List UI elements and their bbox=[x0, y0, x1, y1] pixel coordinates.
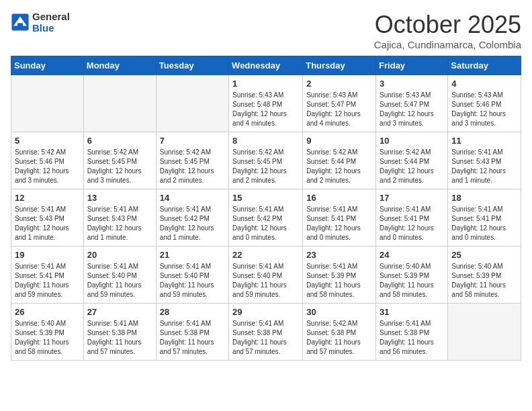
weekday-header-saturday: Saturday bbox=[448, 56, 521, 75]
day-number: 18 bbox=[451, 193, 517, 203]
week-row-3: 12Sunrise: 5:41 AMSunset: 5:43 PMDayligh… bbox=[11, 189, 521, 246]
day-info: Sunrise: 5:41 AMSunset: 5:43 PMDaylight:… bbox=[87, 205, 152, 242]
day-info: Sunrise: 5:41 AMSunset: 5:41 PMDaylight:… bbox=[306, 205, 372, 242]
page-header: General Blue October 2025 Cajica, Cundin… bbox=[11, 11, 521, 50]
calendar-cell: 16Sunrise: 5:41 AMSunset: 5:41 PMDayligh… bbox=[303, 189, 376, 246]
day-info: Sunrise: 5:40 AMSunset: 5:39 PMDaylight:… bbox=[15, 319, 80, 357]
day-number: 23 bbox=[306, 250, 372, 260]
day-info: Sunrise: 5:41 AMSunset: 5:42 PMDaylight:… bbox=[232, 205, 299, 242]
logo-text-line2: Blue bbox=[32, 22, 70, 34]
calendar-cell: 10Sunrise: 5:42 AMSunset: 5:44 PMDayligh… bbox=[376, 132, 448, 189]
day-number: 19 bbox=[15, 250, 80, 260]
day-info: Sunrise: 5:41 AMSunset: 5:38 PMDaylight:… bbox=[160, 319, 225, 357]
day-info: Sunrise: 5:43 AMSunset: 5:47 PMDaylight:… bbox=[380, 91, 444, 128]
day-number: 20 bbox=[87, 250, 152, 260]
day-number: 7 bbox=[160, 136, 225, 146]
day-number: 2 bbox=[306, 79, 372, 89]
day-number: 4 bbox=[451, 79, 517, 89]
day-number: 30 bbox=[306, 307, 372, 317]
day-number: 6 bbox=[87, 136, 152, 146]
day-number: 14 bbox=[160, 193, 225, 203]
calendar-cell: 7Sunrise: 5:42 AMSunset: 5:45 PMDaylight… bbox=[156, 132, 228, 189]
calendar-cell: 21Sunrise: 5:41 AMSunset: 5:40 PMDayligh… bbox=[156, 246, 228, 304]
calendar-cell: 20Sunrise: 5:41 AMSunset: 5:40 PMDayligh… bbox=[83, 246, 156, 304]
weekday-header-friday: Friday bbox=[376, 56, 448, 75]
day-info: Sunrise: 5:42 AMSunset: 5:45 PMDaylight:… bbox=[232, 148, 299, 185]
week-row-2: 5Sunrise: 5:42 AMSunset: 5:46 PMDaylight… bbox=[11, 132, 521, 189]
day-number: 12 bbox=[15, 193, 80, 203]
day-info: Sunrise: 5:42 AMSunset: 5:44 PMDaylight:… bbox=[380, 148, 444, 185]
day-number: 16 bbox=[306, 193, 372, 203]
day-number: 25 bbox=[451, 250, 517, 260]
day-number: 9 bbox=[306, 136, 372, 146]
day-info: Sunrise: 5:42 AMSunset: 5:45 PMDaylight:… bbox=[87, 148, 152, 185]
calendar-cell: 26Sunrise: 5:40 AMSunset: 5:39 PMDayligh… bbox=[11, 304, 84, 361]
calendar-cell: 30Sunrise: 5:42 AMSunset: 5:38 PMDayligh… bbox=[303, 304, 376, 361]
day-info: Sunrise: 5:41 AMSunset: 5:42 PMDaylight:… bbox=[160, 205, 225, 242]
weekday-header-tuesday: Tuesday bbox=[156, 56, 228, 75]
calendar-cell: 13Sunrise: 5:41 AMSunset: 5:43 PMDayligh… bbox=[83, 189, 156, 246]
calendar-cell: 22Sunrise: 5:41 AMSunset: 5:40 PMDayligh… bbox=[229, 246, 303, 304]
day-info: Sunrise: 5:41 AMSunset: 5:41 PMDaylight:… bbox=[15, 262, 80, 300]
calendar-cell: 15Sunrise: 5:41 AMSunset: 5:42 PMDayligh… bbox=[229, 189, 303, 246]
day-number: 8 bbox=[232, 136, 299, 146]
day-number: 1 bbox=[232, 79, 299, 89]
day-info: Sunrise: 5:41 AMSunset: 5:40 PMDaylight:… bbox=[232, 262, 299, 300]
calendar-cell: 9Sunrise: 5:42 AMSunset: 5:44 PMDaylight… bbox=[303, 132, 376, 189]
title-block: October 2025 Cajica, Cundinamarca, Colom… bbox=[374, 11, 521, 50]
day-info: Sunrise: 5:43 AMSunset: 5:47 PMDaylight:… bbox=[306, 91, 372, 128]
day-number: 31 bbox=[380, 307, 444, 317]
weekday-header-wednesday: Wednesday bbox=[229, 56, 303, 75]
calendar-cell: 2Sunrise: 5:43 AMSunset: 5:47 PMDaylight… bbox=[303, 75, 376, 132]
day-info: Sunrise: 5:41 AMSunset: 5:43 PMDaylight:… bbox=[15, 205, 80, 242]
calendar-cell bbox=[448, 304, 521, 361]
svg-rect-2 bbox=[17, 23, 23, 28]
calendar-cell: 29Sunrise: 5:41 AMSunset: 5:38 PMDayligh… bbox=[229, 304, 303, 361]
calendar-cell: 8Sunrise: 5:42 AMSunset: 5:45 PMDaylight… bbox=[229, 132, 303, 189]
weekday-header-row: SundayMondayTuesdayWednesdayThursdayFrid… bbox=[11, 56, 521, 75]
day-info: Sunrise: 5:41 AMSunset: 5:39 PMDaylight:… bbox=[306, 262, 372, 300]
day-number: 27 bbox=[87, 307, 152, 317]
logo: General Blue bbox=[11, 11, 70, 34]
calendar-cell bbox=[11, 75, 84, 132]
day-number: 15 bbox=[232, 193, 299, 203]
day-info: Sunrise: 5:41 AMSunset: 5:38 PMDaylight:… bbox=[232, 319, 299, 357]
calendar-cell: 27Sunrise: 5:41 AMSunset: 5:38 PMDayligh… bbox=[83, 304, 156, 361]
day-number: 29 bbox=[232, 307, 299, 317]
day-number: 10 bbox=[380, 136, 444, 146]
calendar-cell: 6Sunrise: 5:42 AMSunset: 5:45 PMDaylight… bbox=[83, 132, 156, 189]
day-info: Sunrise: 5:42 AMSunset: 5:46 PMDaylight:… bbox=[15, 148, 80, 185]
calendar-cell: 28Sunrise: 5:41 AMSunset: 5:38 PMDayligh… bbox=[156, 304, 228, 361]
day-info: Sunrise: 5:40 AMSunset: 5:39 PMDaylight:… bbox=[451, 262, 517, 300]
calendar-cell: 18Sunrise: 5:41 AMSunset: 5:41 PMDayligh… bbox=[448, 189, 521, 246]
day-info: Sunrise: 5:40 AMSunset: 5:39 PMDaylight:… bbox=[380, 262, 444, 300]
day-info: Sunrise: 5:41 AMSunset: 5:41 PMDaylight:… bbox=[451, 205, 517, 242]
month-title: October 2025 bbox=[374, 11, 521, 39]
day-number: 3 bbox=[380, 79, 444, 89]
calendar-cell: 23Sunrise: 5:41 AMSunset: 5:39 PMDayligh… bbox=[303, 246, 376, 304]
day-number: 22 bbox=[232, 250, 299, 260]
day-info: Sunrise: 5:41 AMSunset: 5:40 PMDaylight:… bbox=[160, 262, 225, 300]
day-info: Sunrise: 5:43 AMSunset: 5:48 PMDaylight:… bbox=[232, 91, 299, 128]
calendar-cell: 17Sunrise: 5:41 AMSunset: 5:41 PMDayligh… bbox=[376, 189, 448, 246]
logo-icon bbox=[11, 13, 30, 32]
day-number: 24 bbox=[380, 250, 444, 260]
calendar-cell bbox=[83, 75, 156, 132]
calendar-cell: 4Sunrise: 5:43 AMSunset: 5:46 PMDaylight… bbox=[448, 75, 521, 132]
calendar-table: SundayMondayTuesdayWednesdayThursdayFrid… bbox=[11, 56, 521, 361]
day-info: Sunrise: 5:42 AMSunset: 5:45 PMDaylight:… bbox=[160, 148, 225, 185]
day-info: Sunrise: 5:42 AMSunset: 5:44 PMDaylight:… bbox=[306, 148, 372, 185]
calendar-cell: 25Sunrise: 5:40 AMSunset: 5:39 PMDayligh… bbox=[448, 246, 521, 304]
calendar-cell: 19Sunrise: 5:41 AMSunset: 5:41 PMDayligh… bbox=[11, 246, 84, 304]
weekday-header-thursday: Thursday bbox=[303, 56, 376, 75]
week-row-4: 19Sunrise: 5:41 AMSunset: 5:41 PMDayligh… bbox=[11, 246, 521, 304]
day-number: 21 bbox=[160, 250, 225, 260]
day-info: Sunrise: 5:41 AMSunset: 5:40 PMDaylight:… bbox=[87, 262, 152, 300]
calendar-cell: 1Sunrise: 5:43 AMSunset: 5:48 PMDaylight… bbox=[229, 75, 303, 132]
calendar-cell bbox=[156, 75, 228, 132]
day-info: Sunrise: 5:41 AMSunset: 5:41 PMDaylight:… bbox=[380, 205, 444, 242]
day-number: 17 bbox=[380, 193, 444, 203]
day-number: 5 bbox=[15, 136, 80, 146]
day-info: Sunrise: 5:41 AMSunset: 5:43 PMDaylight:… bbox=[451, 148, 517, 185]
day-number: 26 bbox=[15, 307, 80, 317]
